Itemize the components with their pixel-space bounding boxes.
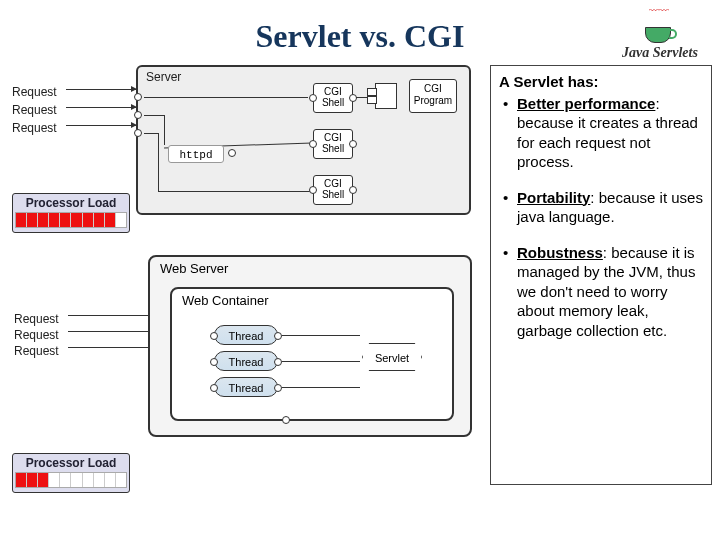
processor-load-servlet: Processor Load xyxy=(12,453,130,493)
cgi-shell-box: CGI Shell xyxy=(313,175,353,205)
request-label: Request xyxy=(14,343,59,359)
java-servlets-logo: 〰〰 Java Servlets xyxy=(610,10,710,70)
thread-box: Thread xyxy=(214,351,278,371)
request-label: Request xyxy=(14,327,59,343)
request-label: Request xyxy=(12,119,57,137)
cgi-request-labels: Request Request Request xyxy=(12,83,57,137)
cgi-shell-box: CGI Shell xyxy=(313,83,353,113)
thread-box: Thread xyxy=(214,377,278,397)
request-label: Request xyxy=(14,311,59,327)
request-label: Request xyxy=(12,101,57,119)
advantage-item: Portability: because it uses java langua… xyxy=(499,188,703,227)
processor-load-cgi: Processor Load xyxy=(12,193,130,233)
httpd-box: httpd xyxy=(168,145,224,163)
load-label: Processor Load xyxy=(15,456,127,470)
load-bar xyxy=(15,472,127,488)
servlet-box: Servlet xyxy=(362,343,422,371)
advantages-panel: A Servlet has: Better performance: becau… xyxy=(490,65,712,485)
advantage-title: Better performance xyxy=(517,95,655,112)
java-cup-icon: 〰〰 xyxy=(643,19,677,43)
advantage-item: Robustness: because it is managed by the… xyxy=(499,243,703,341)
advantage-item: Better performance: because it creates a… xyxy=(499,94,703,172)
web-container-box: Web Container Thread Thread Thread Servl… xyxy=(170,287,454,421)
request-arrows xyxy=(66,89,136,143)
web-server-box: Web Server Web Container Thread Thread T… xyxy=(148,255,472,437)
web-server-label: Web Server xyxy=(160,261,228,276)
thread-box: Thread xyxy=(214,325,278,345)
load-bar xyxy=(15,212,127,228)
cgi-shell-box: CGI Shell xyxy=(313,129,353,159)
server-label: Server xyxy=(146,70,181,84)
advantage-title: Robustness xyxy=(517,244,603,261)
load-label: Processor Load xyxy=(15,196,127,210)
logo-text: Java Servlets xyxy=(622,45,698,61)
cgi-server-box: Server httpd CGI Shell CGI Shell CGI She… xyxy=(136,65,471,215)
cgi-program-box: CGI Program xyxy=(409,79,457,113)
request-label: Request xyxy=(12,83,57,101)
request-arrows xyxy=(68,315,153,363)
web-container-label: Web Container xyxy=(182,293,268,308)
advantage-title: Portability xyxy=(517,189,590,206)
servlet-request-labels: Request Request Request xyxy=(14,311,59,359)
cgi-connector-icon xyxy=(375,83,397,109)
panel-heading: A Servlet has: xyxy=(499,72,703,92)
